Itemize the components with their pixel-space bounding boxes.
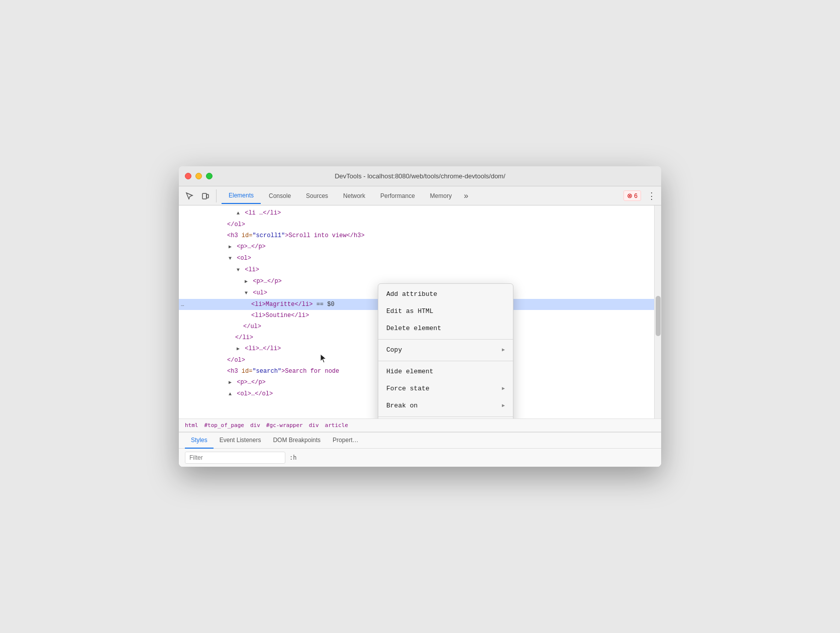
menu-separator (378, 416, 513, 417)
scrollbar-thumb[interactable] (656, 296, 661, 336)
panel-tab-dom-breakpoints[interactable]: DOM Breakpoints (267, 433, 327, 449)
dom-line: <h3 id="scroll1">Scroll into view</h3> (179, 230, 661, 241)
tab-icons (183, 189, 217, 202)
filter-input[interactable] (185, 452, 285, 464)
svg-rect-1 (206, 194, 208, 198)
title-bar: DevTools - localhost:8080/web/tools/chro… (179, 166, 661, 186)
inspect-icon[interactable] (183, 189, 196, 202)
dom-line: ▶ <p>…</p> (179, 241, 661, 253)
devtools-window: DevTools - localhost:8080/web/tools/chro… (179, 166, 661, 467)
dom-line: </ol> (179, 219, 661, 230)
breadcrumb-div1[interactable]: div (250, 422, 260, 429)
breadcrumb-div2[interactable]: div (309, 422, 319, 429)
dom-line: ▲ <li …</li> (179, 207, 661, 219)
menu-item-hide-element[interactable]: Hide element (378, 363, 513, 380)
tab-sources[interactable]: Sources (299, 188, 335, 204)
submenu-arrow-icon: ▶ (502, 401, 505, 411)
tab-right-controls: ⊗ 6 ⋮ (623, 190, 657, 202)
menu-separator (378, 361, 513, 361)
filter-suffix: :h (289, 454, 296, 461)
devtools-more-button[interactable]: ⋮ (645, 190, 657, 202)
window-title: DevTools - localhost:8080/web/tools/chro… (335, 172, 505, 180)
menu-separator (378, 339, 513, 340)
minimize-button[interactable] (195, 173, 202, 179)
device-icon[interactable] (199, 189, 212, 202)
panel-tab-properties[interactable]: Propert… (327, 433, 364, 449)
submenu-arrow-icon: ▶ (502, 345, 505, 355)
menu-item-delete-element[interactable]: Delete element (378, 320, 513, 337)
tab-network[interactable]: Network (336, 188, 372, 204)
main-content: ▲ <li …</li> </ol> <h3 id="scroll1">Scro… (179, 205, 661, 467)
menu-item-edit-html[interactable]: Edit as HTML (378, 303, 513, 320)
tab-elements[interactable]: Elements (222, 188, 261, 204)
submenu-arrow-icon: ▶ (502, 384, 505, 394)
error-icon: ⊗ (627, 192, 633, 199)
scrollbar[interactable] (654, 205, 661, 418)
svg-rect-0 (202, 193, 206, 199)
menu-item-add-attribute[interactable]: Add attribute (378, 286, 513, 303)
maximize-button[interactable] (206, 173, 213, 179)
panel-tabs: Styles Event Listeners DOM Breakpoints P… (179, 433, 661, 449)
close-button[interactable] (185, 173, 191, 179)
panel-tab-styles[interactable]: Styles (185, 433, 214, 449)
dom-line: ▼ <ol> (179, 253, 661, 264)
menu-item-break-on[interactable]: Break on ▶ (378, 397, 513, 414)
dom-panel: ▲ <li …</li> </ol> <h3 id="scroll1">Scro… (179, 205, 661, 418)
panel-tab-event-listeners[interactable]: Event Listeners (214, 433, 267, 449)
menu-item-copy[interactable]: Copy ▶ (378, 342, 513, 359)
breadcrumb-html[interactable]: html (185, 422, 198, 429)
error-badge[interactable]: ⊗ 6 (623, 190, 641, 201)
bottom-panel: Styles Event Listeners DOM Breakpoints P… (179, 432, 661, 467)
breadcrumb-bar: html #top_of_page div #gc-wrapper div ar… (179, 418, 661, 432)
tab-bar: Elements Console Sources Network Perform… (179, 186, 661, 205)
dom-line: ▼ <li> (179, 264, 661, 276)
traffic-lights (185, 173, 213, 179)
breadcrumb-top-of-page[interactable]: #top_of_page (204, 422, 244, 429)
filter-bar: :h (179, 449, 661, 467)
tab-console[interactable]: Console (262, 188, 298, 204)
menu-item-force-state[interactable]: Force state ▶ (378, 380, 513, 397)
breadcrumb-gc-wrapper[interactable]: #gc-wrapper (266, 422, 303, 429)
tab-memory[interactable]: Memory (423, 188, 459, 204)
context-menu: Add attribute Edit as HTML Delete elemen… (378, 283, 513, 418)
more-tabs-button[interactable]: » (460, 188, 472, 204)
tab-performance[interactable]: Performance (373, 188, 422, 204)
breadcrumb-article[interactable]: article (325, 422, 348, 429)
